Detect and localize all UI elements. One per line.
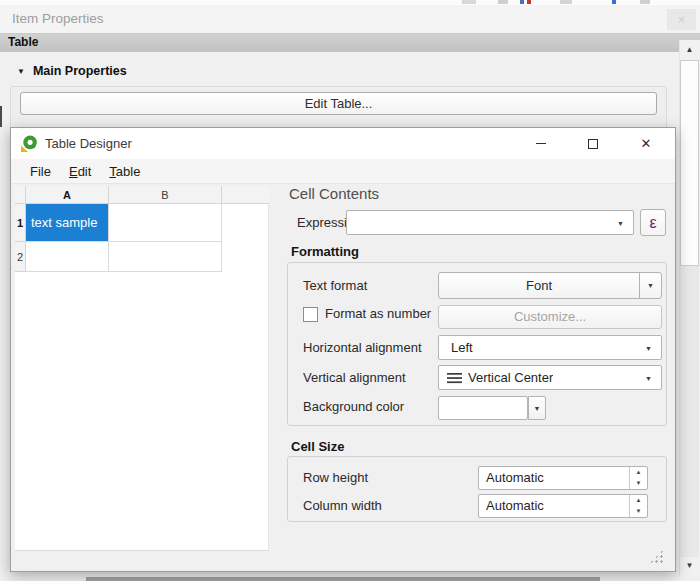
chevron-down-icon: ▼ bbox=[645, 344, 652, 351]
text-format-label: Text format bbox=[303, 273, 367, 299]
font-split-button[interactable]: Font ▼ bbox=[438, 272, 662, 299]
row-height-value: Automatic bbox=[479, 467, 629, 489]
cell-contents-header: Cell Contents bbox=[289, 185, 379, 202]
spin-buttons[interactable]: ▲ ▼ bbox=[629, 467, 647, 489]
cropped-icon bbox=[560, 0, 572, 4]
grid-cell-b2[interactable] bbox=[109, 242, 222, 272]
cell-size-header: Cell Size bbox=[291, 439, 344, 454]
row-height-spinbox[interactable]: Automatic ▲ ▼ bbox=[478, 466, 648, 490]
table-grid: A B 1 2 text sample bbox=[15, 186, 269, 551]
collapse-triangle-icon: ▼ bbox=[17, 67, 25, 76]
background-color-swatch-button[interactable] bbox=[438, 396, 528, 420]
chevron-down-icon: ▼ bbox=[645, 374, 652, 381]
expression-builder-button[interactable]: ε bbox=[640, 209, 666, 236]
vertical-center-icon bbox=[447, 372, 463, 384]
main-properties-collapse-header[interactable]: ▼ Main Properties bbox=[17, 62, 127, 80]
cropped-edge-artifact bbox=[0, 106, 2, 127]
dialog-title: Table Designer bbox=[45, 128, 132, 159]
close-icon: ✕ bbox=[641, 136, 652, 151]
row-height-label: Row height bbox=[303, 466, 368, 490]
background-color-label: Background color bbox=[303, 395, 404, 419]
cropped-icon bbox=[462, 0, 476, 4]
horizontal-alignment-label: Horizontal alignment bbox=[303, 335, 422, 360]
cropped-icon bbox=[527, 0, 531, 4]
grid-header-filler bbox=[222, 186, 269, 204]
resize-grip[interactable] bbox=[649, 549, 664, 564]
cropped-icon bbox=[520, 0, 524, 4]
format-as-number-checkbox[interactable] bbox=[303, 307, 318, 322]
menu-table[interactable]: Table bbox=[100, 159, 149, 184]
background-color-dropdown-button[interactable]: ▼ bbox=[528, 396, 546, 420]
scrollbar-down-icon[interactable]: ▼ bbox=[679, 557, 700, 575]
scrollbar-up-icon[interactable]: ▲ bbox=[679, 41, 700, 59]
column-width-spinbox[interactable]: Automatic ▲ ▼ bbox=[478, 494, 648, 518]
column-width-value: Automatic bbox=[479, 495, 629, 517]
column-header-b[interactable]: B bbox=[109, 186, 222, 204]
chevron-down-icon: ▼ bbox=[647, 282, 654, 289]
vertical-alignment-value: Vertical Center bbox=[463, 370, 553, 385]
section-header-label: Table bbox=[8, 33, 38, 52]
grid-corner-cell[interactable] bbox=[15, 186, 26, 204]
qgis-logo-icon bbox=[21, 135, 38, 152]
edit-table-button[interactable]: Edit Table... bbox=[20, 92, 657, 115]
column-width-label: Column width bbox=[303, 494, 382, 518]
item-properties-titlebar bbox=[0, 5, 700, 33]
chevron-down-icon: ▼ bbox=[534, 405, 541, 412]
panel-close-icon[interactable]: × bbox=[667, 9, 696, 30]
section-header-bar bbox=[0, 33, 700, 52]
customize-button-disabled[interactable]: Customize... bbox=[438, 305, 662, 329]
format-as-number-label: Format as number bbox=[325, 302, 431, 326]
scrollbar-track-lower[interactable] bbox=[680, 266, 699, 557]
grid-cell-a1-selected[interactable]: text sample bbox=[26, 204, 109, 242]
cropped-icon bbox=[498, 0, 508, 4]
epsilon-icon: ε bbox=[649, 214, 656, 231]
cropped-icon bbox=[640, 0, 650, 4]
spin-buttons[interactable]: ▲ ▼ bbox=[629, 495, 647, 517]
chevron-down-icon: ▼ bbox=[617, 219, 624, 226]
table-designer-dialog: Table Designer ✕ File Edit Table A B 1 2… bbox=[10, 127, 676, 572]
scrollbar-thumb[interactable] bbox=[680, 60, 699, 266]
row-header-2[interactable]: 2 bbox=[15, 242, 26, 272]
spin-up-icon[interactable]: ▲ bbox=[630, 495, 647, 506]
minimize-button[interactable] bbox=[526, 128, 556, 159]
maximize-icon bbox=[588, 139, 598, 149]
spin-down-icon[interactable]: ▼ bbox=[630, 506, 647, 517]
spin-down-icon[interactable]: ▼ bbox=[630, 478, 647, 489]
main-properties-label: Main Properties bbox=[33, 64, 127, 78]
minimize-icon bbox=[536, 143, 546, 144]
horizontal-alignment-combobox[interactable]: Left ▼ bbox=[438, 335, 662, 360]
spin-up-icon[interactable]: ▲ bbox=[630, 467, 647, 478]
formatting-header: Formatting bbox=[291, 244, 359, 259]
vertical-alignment-label: Vertical alignment bbox=[303, 365, 406, 390]
dialog-menubar: File Edit Table bbox=[11, 159, 675, 184]
panel-title: Item Properties bbox=[12, 5, 104, 33]
font-button-label[interactable]: Font bbox=[439, 273, 639, 298]
column-header-a[interactable]: A bbox=[26, 186, 109, 204]
cropped-background-strip bbox=[86, 577, 600, 581]
font-dropdown-arrow[interactable]: ▼ bbox=[639, 273, 661, 298]
close-button[interactable]: ✕ bbox=[631, 128, 661, 159]
expression-combobox[interactable]: ▼ bbox=[346, 210, 634, 235]
maximize-button[interactable] bbox=[578, 128, 608, 159]
row-header-1[interactable]: 1 bbox=[15, 204, 26, 242]
grid-cell-a2[interactable] bbox=[26, 242, 109, 272]
menu-edit[interactable]: Edit bbox=[60, 159, 100, 184]
grid-cell-b1[interactable] bbox=[109, 204, 222, 242]
cropped-icon bbox=[612, 0, 616, 4]
menu-file[interactable]: File bbox=[21, 159, 60, 184]
horizontal-alignment-value: Left bbox=[439, 336, 661, 359]
vertical-alignment-combobox[interactable]: Vertical Center ▼ bbox=[438, 365, 662, 390]
